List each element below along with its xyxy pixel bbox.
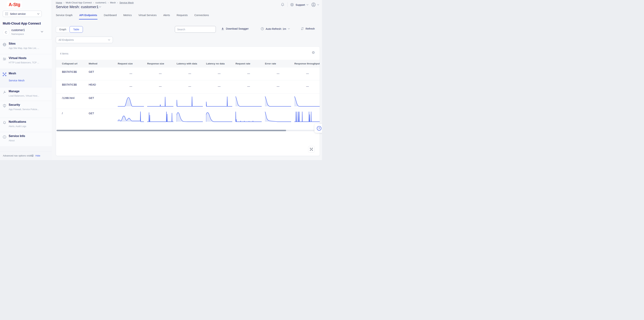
sidebar-item-virtual-hosts[interactable]: Virtual Hosts HTTP Load Balancers, TCP .… bbox=[0, 54, 52, 69]
breadcrumb-separator: › bbox=[93, 1, 94, 4]
cell-response-throughput: — bbox=[294, 85, 320, 88]
auto-refresh-dropdown[interactable]: Auto-Refresh: 1m bbox=[260, 27, 290, 30]
download-swagger-button[interactable]: Download Swagger bbox=[221, 27, 249, 30]
horizontal-scrollbar-thumb[interactable] bbox=[56, 130, 286, 131]
sidebar-footer: Advanced nav options visible Hide bbox=[0, 151, 52, 160]
sidebar-link-service-mesh[interactable]: Service Mesh bbox=[9, 79, 24, 82]
table-row[interactable]: /128B.html GET bbox=[56, 93, 320, 109]
cell-latency-with-data: — bbox=[176, 85, 203, 88]
endpoints-table-card: 4 items ⚙ Collapsed url Method Request s… bbox=[56, 46, 320, 156]
sidebar-item-sites[interactable]: Sites App Site Map, App Site List, ... bbox=[0, 39, 52, 54]
tab-connections[interactable]: Connections bbox=[194, 14, 209, 19]
tab-service-graph[interactable]: Service Graph bbox=[56, 14, 72, 19]
cell-method: GET bbox=[89, 97, 117, 99]
cell-method: HEAD bbox=[89, 83, 117, 86]
sidebar-item-subtitle: App Site Map, App Site List, ... bbox=[9, 47, 46, 49]
support-menu[interactable]: Support bbox=[290, 3, 308, 7]
breadcrumb-home[interactable]: Home bbox=[56, 1, 62, 4]
sliders-icon bbox=[2, 57, 6, 61]
namespace-avatar: C bbox=[3, 29, 10, 36]
svg-text:?: ? bbox=[318, 127, 320, 130]
column-header-latency-with-data[interactable]: Latency with data bbox=[176, 60, 203, 67]
sidebar-item-service-info[interactable]: Service Info About bbox=[0, 132, 52, 147]
select-service-dropdown[interactable]: Select service bbox=[3, 11, 42, 17]
topbar-actions: Support bbox=[280, 2, 319, 7]
table-view-button[interactable]: Table bbox=[70, 26, 83, 33]
endpoint-filter-dropdown[interactable]: All Endpoints bbox=[56, 37, 113, 43]
search-input[interactable] bbox=[175, 26, 216, 33]
column-header-method[interactable]: Method bbox=[89, 60, 117, 67]
chevron-down-icon bbox=[288, 28, 290, 29]
namespace-selector[interactable]: C customer1 Namespace bbox=[0, 28, 52, 39]
sparkline-latency-no-data bbox=[206, 96, 232, 107]
tab-alerts[interactable]: Alerts bbox=[163, 14, 170, 19]
breadcrumb-mcac[interactable]: Multi-Cloud App Connect bbox=[66, 1, 92, 4]
namespace-label: Namespace bbox=[12, 33, 24, 35]
breadcrumb-mesh[interactable]: Mesh bbox=[110, 1, 116, 4]
column-header-request-rate[interactable]: Request rate bbox=[236, 60, 262, 67]
breadcrumb-service-mesh[interactable]: Service Mesh bbox=[119, 1, 134, 4]
mesh-view-button[interactable] bbox=[308, 146, 314, 153]
page-title: Service Mesh: customer1 bbox=[56, 5, 98, 9]
tab-api-endpoints[interactable]: API Endpoints bbox=[79, 14, 97, 19]
breadcrumb-customer1[interactable]: customer1 bbox=[95, 1, 106, 4]
clock-icon bbox=[260, 27, 264, 30]
grid-icon bbox=[5, 12, 8, 15]
chevron-down-icon[interactable] bbox=[99, 6, 101, 7]
support-label: Support bbox=[296, 3, 305, 6]
chevron-down-icon bbox=[317, 4, 319, 5]
table-settings-gear-icon[interactable]: ⚙ bbox=[312, 50, 315, 55]
cell-collapsed-url: $$STATIC$$ bbox=[62, 83, 88, 86]
sparkline-error-rate bbox=[265, 112, 291, 123]
mesh-icon bbox=[2, 72, 6, 76]
sparkline-request-size bbox=[118, 112, 144, 123]
cell-request-size: — bbox=[118, 85, 144, 88]
sidebar-item-title: Security bbox=[9, 103, 20, 106]
tab-requests[interactable]: Requests bbox=[176, 14, 188, 19]
breadcrumb-separator: › bbox=[64, 1, 64, 4]
hide-advanced-nav-link[interactable]: Hide bbox=[36, 154, 40, 157]
breadcrumb-separator: › bbox=[108, 1, 108, 4]
sidebar-item-subtitle: App Firewall, Service Policie... bbox=[9, 108, 46, 111]
sidebar-item-title: Notifications bbox=[9, 120, 26, 123]
sidebar-item-manage[interactable]: Manage Load Balancers, Virtual Host... bbox=[0, 87, 52, 101]
column-header-latency-no-data[interactable]: Latency no data bbox=[206, 60, 232, 67]
cell-request-size: — bbox=[118, 72, 144, 75]
sidebar-item-mesh[interactable]: Mesh Service Mesh bbox=[0, 69, 52, 87]
question-mark-icon: ? bbox=[316, 126, 322, 131]
table-row[interactable]: / GET bbox=[56, 109, 320, 125]
column-header-response-size[interactable]: Response size bbox=[147, 60, 173, 67]
horizontal-scrollbar-track[interactable] bbox=[56, 130, 320, 131]
sidebar-item-security[interactable]: Security App Firewall, Service Policie..… bbox=[0, 101, 52, 118]
bell-icon bbox=[2, 121, 6, 125]
mesh-icon bbox=[310, 148, 313, 151]
cell-response-size: — bbox=[147, 72, 173, 75]
column-header-request-size[interactable]: Request size bbox=[118, 60, 144, 67]
sidebar-item-title: Virtual Hosts bbox=[9, 56, 26, 60]
cell-request-rate: — bbox=[236, 72, 262, 75]
sparkline-request-rate bbox=[236, 112, 262, 123]
tab-metrics[interactable]: Metrics bbox=[123, 14, 132, 19]
help-button[interactable]: ? bbox=[314, 124, 322, 133]
column-header-response-throughput[interactable]: Response throughput bbox=[294, 60, 320, 67]
column-header-error-rate[interactable]: Error rate bbox=[265, 60, 291, 67]
account-menu[interactable] bbox=[311, 2, 319, 7]
table-row[interactable]: $$STATIC$$ GET — — — — — — — bbox=[56, 67, 320, 80]
cell-latency-no-data: — bbox=[206, 72, 232, 75]
sidebar-item-subtitle: Alerts, Audit Logs bbox=[9, 125, 46, 128]
tab-dashboard[interactable]: Dashboard bbox=[104, 14, 117, 19]
tab-virtual-services[interactable]: Virtual Services bbox=[138, 14, 156, 19]
shield-icon bbox=[2, 104, 6, 108]
column-header-collapsed-url[interactable]: Collapsed url bbox=[62, 60, 88, 67]
cell-error-rate: — bbox=[265, 85, 291, 88]
advanced-nav-text: Advanced nav options visible bbox=[3, 154, 33, 157]
table-row[interactable]: $$STATIC$$ HEAD — — — — — — — bbox=[56, 80, 320, 93]
sidebar-spacer bbox=[0, 147, 52, 151]
graph-view-button[interactable]: Graph bbox=[56, 26, 70, 33]
refresh-button[interactable]: Refresh bbox=[301, 27, 315, 30]
notifications-bell-icon[interactable] bbox=[280, 2, 285, 7]
chevron-down-icon bbox=[37, 13, 39, 15]
lifebuoy-icon bbox=[290, 3, 294, 7]
sidebar-item-notifications[interactable]: Notifications Alerts, Audit Logs bbox=[0, 118, 52, 132]
sparkline-latency-with-data bbox=[176, 96, 203, 107]
